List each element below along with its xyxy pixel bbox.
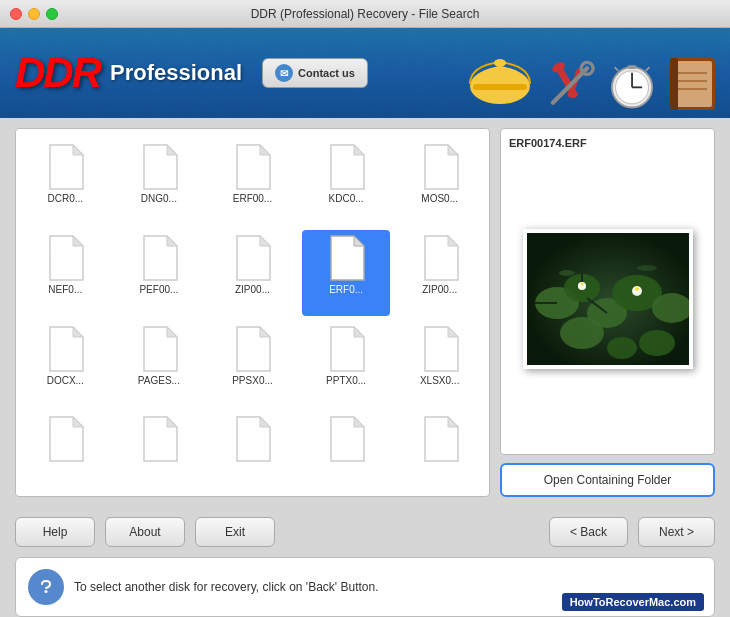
svg-point-30 (607, 337, 637, 359)
main-content: DCR0... DNG0... ERF00... KDC0... (0, 118, 730, 507)
file-label: DOCX... (47, 375, 84, 386)
app-logo: DDR Professional (15, 49, 242, 97)
file-label: DNG0... (141, 193, 177, 204)
file-icon (232, 234, 272, 282)
book-icon (665, 53, 720, 113)
list-item[interactable]: ZIP00... (395, 230, 484, 316)
file-label: MOS0... (421, 193, 458, 204)
svg-point-38 (637, 265, 657, 271)
list-item[interactable]: NEF0... (21, 230, 110, 316)
list-item[interactable]: PPSX0... (208, 321, 297, 407)
file-icon (45, 415, 85, 463)
file-icon (45, 325, 85, 373)
file-label: ZIP00... (422, 284, 457, 295)
preview-image (523, 229, 693, 369)
file-icon (420, 234, 460, 282)
list-item[interactable]: DCR0... (21, 139, 110, 225)
file-label: PPSX0... (232, 375, 273, 386)
next-button[interactable]: Next > (638, 517, 715, 547)
file-icon (326, 325, 366, 373)
file-icon (139, 234, 179, 282)
file-icon (326, 415, 366, 463)
list-item[interactable] (395, 411, 484, 486)
svg-rect-16 (673, 61, 712, 107)
bottom-buttons: Help About Exit < Back Next > (0, 507, 730, 557)
title-bar: DDR (Professional) Recovery - File Searc… (0, 0, 730, 28)
list-item[interactable]: KDC0... (302, 139, 391, 225)
about-button[interactable]: About (105, 517, 185, 547)
status-bar: To select another disk for recovery, cli… (15, 557, 715, 617)
close-button[interactable] (10, 8, 22, 20)
preview-title: ERF00174.ERF (509, 137, 706, 149)
file-label: ZIP00... (235, 284, 270, 295)
list-item[interactable] (115, 411, 204, 486)
file-label: PAGES... (138, 375, 180, 386)
preview-panel: ERF00174.ERF (500, 128, 715, 497)
list-item[interactable]: XLSX0... (395, 321, 484, 407)
file-label: ERF00... (233, 193, 272, 204)
minimize-button[interactable] (28, 8, 40, 20)
list-item[interactable]: ERF00... (208, 139, 297, 225)
svg-point-40 (45, 590, 48, 593)
logo-ddr-text: DDR (15, 49, 100, 97)
list-item[interactable]: PPTX0... (302, 321, 391, 407)
file-icon (326, 234, 366, 282)
preview-box: ERF00174.ERF (500, 128, 715, 455)
svg-rect-1 (473, 84, 527, 90)
file-icon (45, 234, 85, 282)
window-title: DDR (Professional) Recovery - File Searc… (251, 7, 480, 21)
file-panel[interactable]: DCR0... DNG0... ERF00... KDC0... (15, 128, 490, 497)
list-item[interactable]: PAGES... (115, 321, 204, 407)
file-label: PEF00... (139, 284, 178, 295)
list-item[interactable] (208, 411, 297, 486)
status-icon (28, 569, 64, 605)
file-icon (139, 325, 179, 373)
svg-rect-17 (670, 58, 678, 110)
list-item-selected[interactable]: ERF0... (302, 230, 391, 316)
list-item[interactable]: ZIP00... (208, 230, 297, 316)
stopwatch-icon (605, 58, 660, 113)
file-label: ERF0... (329, 284, 363, 295)
preview-image-container (509, 157, 706, 441)
file-label: XLSX0... (420, 375, 459, 386)
file-icon (139, 415, 179, 463)
watermark: HowToRecoverMac.com (562, 593, 704, 611)
list-item[interactable]: DOCX... (21, 321, 110, 407)
svg-line-13 (615, 67, 619, 71)
list-item[interactable]: PEF00... (115, 230, 204, 316)
file-label: PPTX0... (326, 375, 366, 386)
list-item[interactable] (302, 411, 391, 486)
help-button[interactable]: Help (15, 517, 95, 547)
exit-button[interactable]: Exit (195, 517, 275, 547)
file-label: KDC0... (329, 193, 364, 204)
header-icons (465, 48, 720, 113)
svg-point-33 (580, 283, 583, 286)
logo-professional-text: Professional (110, 60, 242, 86)
traffic-lights (10, 8, 58, 20)
maximize-button[interactable] (46, 8, 58, 20)
svg-rect-12 (627, 65, 636, 69)
svg-point-29 (560, 317, 604, 349)
svg-point-27 (652, 293, 692, 323)
contact-us-label: Contact us (298, 67, 355, 79)
contact-icon: ✉ (275, 64, 293, 82)
file-icon (139, 143, 179, 191)
list-item[interactable] (21, 411, 110, 486)
hardhat-icon (465, 48, 535, 113)
file-label: NEF0... (48, 284, 82, 295)
list-item[interactable]: DNG0... (115, 139, 204, 225)
svg-point-28 (639, 330, 675, 356)
file-icon (232, 325, 272, 373)
back-button[interactable]: < Back (549, 517, 628, 547)
file-icon (232, 143, 272, 191)
tools-icon (540, 58, 600, 113)
list-item[interactable]: MOS0... (395, 139, 484, 225)
svg-line-14 (646, 67, 650, 71)
contact-us-button[interactable]: ✉ Contact us (262, 58, 368, 88)
app-header: DDR Professional ✉ Contact us (0, 28, 730, 118)
open-containing-folder-button[interactable]: Open Containing Folder (500, 463, 715, 497)
svg-point-2 (494, 59, 506, 67)
file-grid: DCR0... DNG0... ERF00... KDC0... (16, 129, 489, 496)
file-icon (420, 143, 460, 191)
file-icon (420, 415, 460, 463)
